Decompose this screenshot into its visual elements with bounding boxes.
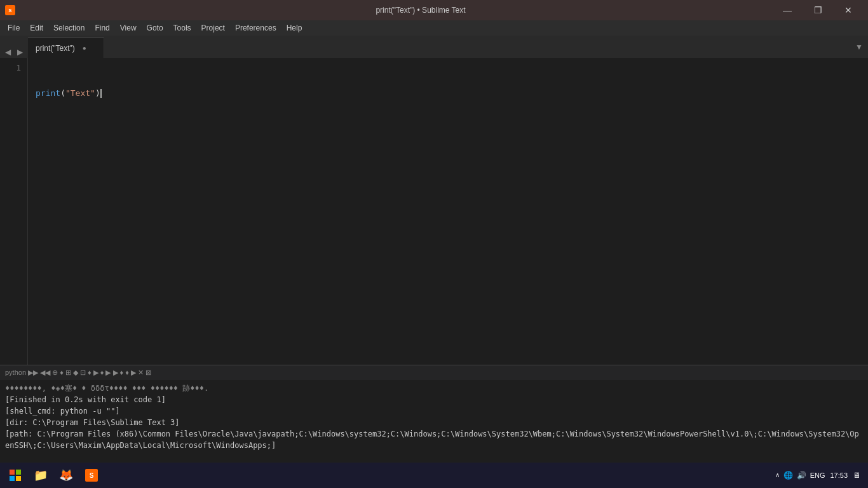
code-line-1: print("Text")	[36, 87, 860, 100]
taskbar: 📁 🦊 S ∧ 🌐 🔊 ENG 17:53 🖥	[0, 463, 868, 488]
code-content[interactable]: print("Text")	[28, 58, 868, 365]
tray-chevron[interactable]: ∧	[775, 471, 780, 478]
tab-name: print("Text")	[36, 44, 75, 53]
tray-volume: 🔊	[797, 471, 806, 480]
console-line-garbled: ♦♦♦♦♦♦♦♦, ♦◈♦塞♦ ♦ δδδτ♦♦♦♦ ♦♦♦ ♦♦♦♦♦♦ 跡♦…	[5, 383, 863, 394]
code-string-text: "Text"	[65, 87, 95, 100]
show-desktop-button[interactable]: 🖥	[853, 471, 860, 480]
console-line-dir: [dir: C:\Program Files\Sublime Text 3]	[5, 417, 863, 428]
window-title: print("Text") • Sublime Text	[69, 6, 773, 15]
tab-bar: ◀ ▶ print("Text") ● ▼	[0, 36, 868, 58]
menu-find[interactable]: Find	[90, 20, 114, 36]
console-line-finished: [Finished in 0.2s with exit code 1]	[5, 394, 863, 405]
console-line-path: [path: C:\Program Files (x86)\Common Fil…	[5, 428, 863, 451]
minimize-button[interactable]: —	[773, 0, 802, 20]
menu-help[interactable]: Help	[281, 20, 308, 36]
menu-project[interactable]: Project	[196, 20, 230, 36]
panel-separator: python ▶▶ ◀◀ ⊕ ♦ ⊞ ◆ ⊡ ♦ ▶ ♦ ▶ ▶ ♦ ♦ ▶ ✕…	[0, 365, 868, 380]
tab-next-button[interactable]: ▶	[15, 46, 25, 58]
clock-time: 17:53	[830, 471, 848, 480]
taskbar-clock: 17:53	[830, 471, 848, 480]
line-number-1: 1	[0, 62, 21, 74]
active-tab[interactable]: print("Text") ●	[28, 37, 104, 58]
panel-header-text: python ▶▶ ◀◀ ⊕ ♦ ⊞ ◆ ⊡ ♦ ▶ ♦ ▶ ▶ ♦ ♦ ▶ ✕…	[5, 369, 151, 377]
code-paren-open: (	[60, 87, 65, 100]
title-bar: S print("Text") • Sublime Text — ❐ ✕	[0, 0, 868, 20]
taskbar-explorer[interactable]: 📁	[28, 463, 53, 488]
tab-prev-button[interactable]: ◀	[3, 46, 13, 58]
taskbar-sublime[interactable]: S	[79, 463, 104, 488]
menu-bar: File Edit Selection Find View Goto Tools…	[0, 20, 868, 36]
tray-network: 🌐	[783, 471, 793, 480]
menu-goto[interactable]: Goto	[142, 20, 168, 36]
svg-rect-3	[16, 476, 21, 481]
system-tray: ∧ 🌐 🔊 ENG	[775, 471, 825, 480]
taskbar-right: ∧ 🌐 🔊 ENG 17:53 🖥	[775, 471, 865, 480]
line-numbers: 1	[0, 58, 28, 365]
svg-rect-2	[10, 476, 15, 481]
code-keyword-print: print	[36, 87, 60, 100]
console-line-cmd: [shell_cmd: python -u ""]	[5, 405, 863, 417]
maximize-button[interactable]: ❐	[803, 0, 832, 20]
code-paren-close: )	[95, 87, 100, 100]
menu-tools[interactable]: Tools	[168, 20, 196, 36]
svg-rect-1	[16, 470, 21, 475]
tab-dropdown-button[interactable]: ▼	[850, 36, 868, 58]
menu-view[interactable]: View	[115, 20, 142, 36]
svg-rect-0	[10, 470, 15, 475]
editor-area: 1 print("Text")	[0, 58, 868, 365]
menu-edit[interactable]: Edit	[25, 20, 48, 36]
menu-preferences[interactable]: Preferences	[230, 20, 281, 36]
menu-selection[interactable]: Selection	[48, 20, 90, 36]
start-button[interactable]	[3, 463, 28, 488]
tab-close-button[interactable]: ●	[80, 44, 89, 53]
tray-lang: ENG	[810, 471, 825, 479]
text-cursor	[100, 89, 102, 98]
tab-navigation: ◀ ▶	[0, 46, 28, 58]
menu-file[interactable]: File	[3, 20, 25, 36]
taskbar-browser[interactable]: 🦊	[53, 463, 79, 488]
close-button[interactable]: ✕	[834, 0, 863, 20]
